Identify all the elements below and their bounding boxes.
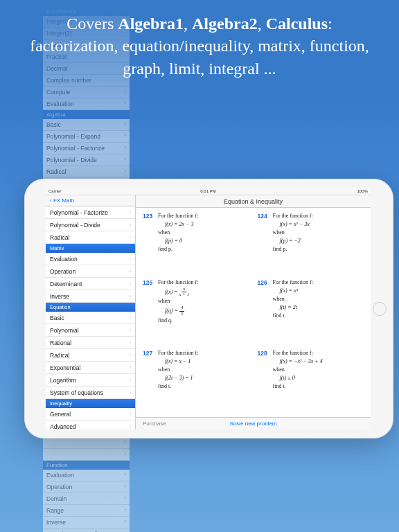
sidebar-item-label: System of equations bbox=[50, 389, 103, 396]
sidebar-item-label: Exponential bbox=[50, 364, 80, 371]
chevron-right-icon: › bbox=[130, 315, 131, 320]
sidebar-item-label: Evaluation bbox=[50, 256, 78, 263]
problem-condition: f(2t − 3) = 1 bbox=[158, 374, 249, 382]
sidebar: ‹ FX Math Polynomial - Factorize›Polynom… bbox=[46, 195, 136, 429]
sidebar-list: Polynomial - Factorize›Polynomial - Divi… bbox=[46, 206, 135, 429]
sidebar-item-label: Determinant bbox=[50, 281, 82, 287]
problem-intro: For the function f: bbox=[158, 212, 249, 220]
problem-condition: f(t) = 2t bbox=[273, 303, 364, 312]
sidebar-item[interactable]: System of equations› bbox=[46, 387, 135, 399]
sidebar-item[interactable]: Evaluation› bbox=[46, 253, 135, 265]
chevron-right-icon: › bbox=[130, 390, 131, 395]
sidebar-item-label: Basic bbox=[50, 314, 64, 321]
sidebar-item-label: Advanced bbox=[50, 423, 76, 430]
sidebar-item[interactable]: General› bbox=[46, 408, 135, 420]
problem-equation: f(x) = xx + 1 bbox=[158, 287, 249, 298]
sidebar-section-header: Equation bbox=[46, 303, 135, 312]
sidebar-item-label: Operation bbox=[50, 268, 76, 275]
problem-condition: f(p) = 0 bbox=[158, 237, 249, 245]
ipad-device-frame: Carrier 6:01 PM 100% ‹ FX Math Polynomia… bbox=[24, 179, 393, 438]
nav-back-label: FX Math bbox=[53, 197, 74, 204]
problem-item[interactable]: 125For the function f:f(x) = xx + 1whenf… bbox=[143, 278, 249, 347]
sidebar-item[interactable]: Basic› bbox=[46, 312, 135, 324]
sidebar-item-label: Radical bbox=[50, 352, 69, 359]
problem-condition: f(q) = 45 bbox=[158, 305, 249, 317]
problem-find: find t. bbox=[273, 382, 364, 391]
sidebar-item-label: Rational bbox=[50, 339, 71, 346]
problem-find: find t. bbox=[158, 382, 249, 391]
problem-equation: f(x) = x − 1 bbox=[158, 357, 249, 366]
clock-label: 6:01 PM bbox=[200, 189, 215, 193]
chevron-right-icon: › bbox=[130, 235, 131, 240]
chevron-right-icon: › bbox=[130, 340, 131, 345]
battery-label: 100% bbox=[357, 189, 368, 193]
chevron-right-icon: › bbox=[130, 269, 131, 274]
problem-find: find p. bbox=[158, 245, 249, 254]
chevron-right-icon: › bbox=[130, 353, 131, 357]
chevron-right-icon: › bbox=[130, 210, 131, 215]
sidebar-item[interactable]: Exponential› bbox=[46, 362, 135, 374]
chevron-right-icon: › bbox=[130, 378, 131, 382]
problem-number: 126 bbox=[258, 278, 273, 347]
ipad-screen: Carrier 6:01 PM 100% ‹ FX Math Polynomia… bbox=[46, 188, 371, 429]
problem-when: when bbox=[158, 366, 249, 374]
problem-when: when bbox=[273, 229, 364, 237]
sidebar-item[interactable]: Polynomial› bbox=[46, 324, 135, 337]
sidebar-item-label: Polynomial bbox=[50, 327, 79, 334]
marketing-headline: Covers Algebra1, Algebra2, Calculus: fac… bbox=[0, 0, 399, 80]
sidebar-item[interactable]: Polynomial - Divide› bbox=[46, 219, 135, 231]
chevron-right-icon: › bbox=[130, 256, 131, 261]
problem-find: find q. bbox=[158, 317, 249, 325]
sidebar-item-label: Inverse bbox=[50, 293, 69, 300]
nav-back-button[interactable]: ‹ FX Math bbox=[46, 195, 135, 206]
problem-when: when bbox=[158, 297, 249, 305]
problem-intro: For the function f: bbox=[273, 212, 364, 220]
sidebar-item[interactable]: Operation› bbox=[46, 265, 135, 278]
sidebar-item[interactable]: Radical› bbox=[46, 349, 135, 362]
problem-intro: For the function f: bbox=[273, 349, 364, 357]
problem-item[interactable]: 127For the function f:f(x) = x − 1whenf(… bbox=[143, 349, 249, 413]
problem-item[interactable]: 126For the function f:f(x) = x³whenf(t) … bbox=[258, 278, 364, 347]
problem-number: 123 bbox=[143, 212, 158, 276]
chevron-right-icon: › bbox=[130, 281, 131, 286]
problem-equation: f(x) = x² − 3x bbox=[273, 220, 364, 229]
purchase-button[interactable]: Purchase bbox=[143, 420, 166, 427]
sidebar-item[interactable]: Radical› bbox=[46, 231, 135, 244]
problem-number: 125 bbox=[143, 278, 158, 347]
problem-item[interactable]: 124For the function f:f(x) = x² − 3xwhen… bbox=[258, 212, 364, 276]
sidebar-item[interactable]: Logarithm› bbox=[46, 374, 135, 387]
sidebar-item-label: Polynomial - Divide bbox=[50, 222, 100, 229]
sidebar-item-label: Polynomial - Factorize bbox=[50, 209, 108, 216]
problem-number: 124 bbox=[258, 212, 273, 276]
problem-equation: f(x) = −x² − 3x + 4 bbox=[273, 357, 364, 366]
chevron-right-icon: › bbox=[130, 222, 131, 227]
sidebar-item[interactable]: Advanced› bbox=[46, 420, 135, 429]
chevron-right-icon: › bbox=[130, 294, 131, 299]
problem-equation: f(x) = x³ bbox=[273, 287, 364, 295]
problem-number: 127 bbox=[143, 349, 158, 413]
problem-item[interactable]: 128For the function f:f(x) = −x² − 3x + … bbox=[258, 349, 364, 413]
solve-new-problem-button[interactable]: Solve new problem bbox=[229, 420, 276, 427]
chevron-right-icon: › bbox=[130, 365, 131, 370]
sidebar-item-label: General bbox=[50, 411, 71, 418]
sidebar-item[interactable]: Rational› bbox=[46, 337, 135, 349]
chevron-right-icon: › bbox=[130, 424, 131, 429]
problem-when: when bbox=[273, 295, 364, 303]
content-pane: Equation & Inequality 123For the functio… bbox=[136, 195, 371, 429]
problem-find: find p. bbox=[273, 245, 364, 254]
problem-condition: f(t) ≥ 0 bbox=[273, 374, 364, 382]
carrier-label: Carrier bbox=[48, 189, 61, 193]
sidebar-item[interactable]: Determinant› bbox=[46, 278, 135, 290]
problem-intro: For the function f: bbox=[273, 278, 364, 287]
home-button-icon bbox=[373, 302, 387, 316]
sidebar-item[interactable]: Inverse› bbox=[46, 290, 135, 303]
sidebar-item[interactable]: Polynomial - Factorize› bbox=[46, 206, 135, 219]
chevron-right-icon: › bbox=[130, 411, 131, 416]
sidebar-section-header: Matrix bbox=[46, 244, 135, 253]
sidebar-section-header: Inequality bbox=[46, 399, 135, 408]
problem-item[interactable]: 123For the function f:f(x) = 2x − 3whenf… bbox=[143, 212, 249, 276]
problem-grid: 123For the function f:f(x) = 2x − 3whenf… bbox=[136, 208, 371, 417]
problem-when: when bbox=[158, 229, 249, 237]
problem-intro: For the function f: bbox=[158, 278, 249, 287]
content-title: Equation & Inequality bbox=[136, 195, 371, 208]
